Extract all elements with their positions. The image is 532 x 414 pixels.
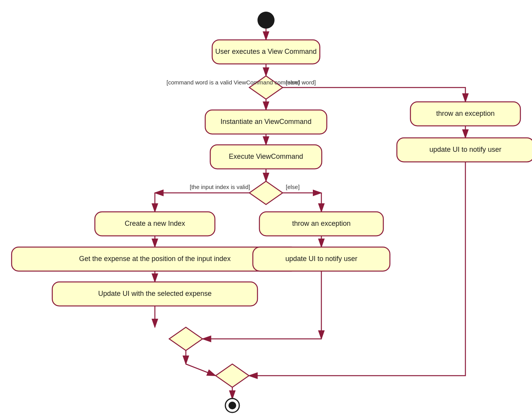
notify-user2-label: update UI to notify user	[285, 255, 357, 263]
else1-label: [else]	[286, 79, 300, 86]
diamond2	[249, 181, 283, 204]
throw-ex1-label: throw an exception	[436, 110, 494, 117]
merge2	[216, 364, 249, 387]
merge1	[169, 327, 203, 350]
else2-label: [else]	[286, 184, 300, 190]
arrow-merge1-to-merge2-h	[186, 364, 216, 376]
arrow-d1-to-throw1	[283, 88, 465, 102]
user-executes-label: User executes a View Command	[215, 48, 317, 55]
create-index-label: Create a new Index	[125, 220, 185, 227]
update-ui-label: Update UI with the selected expense	[98, 290, 211, 297]
execute-label: Execute ViewCommand	[229, 153, 303, 160]
activity-diagram: User executes a View Command [command wo…	[0, 0, 532, 414]
valid-index-label: [the input index is valid]	[190, 184, 250, 190]
instantiate-label: Instantiate an ViewCommand	[221, 118, 312, 125]
notify-user1-label: update UI to notify user	[429, 146, 501, 153]
get-expense-label: Get the expense at the position of the i…	[79, 255, 230, 263]
throw-ex2-label: throw an exception	[292, 220, 350, 227]
start-node	[257, 12, 275, 29]
end-inner	[228, 402, 236, 409]
